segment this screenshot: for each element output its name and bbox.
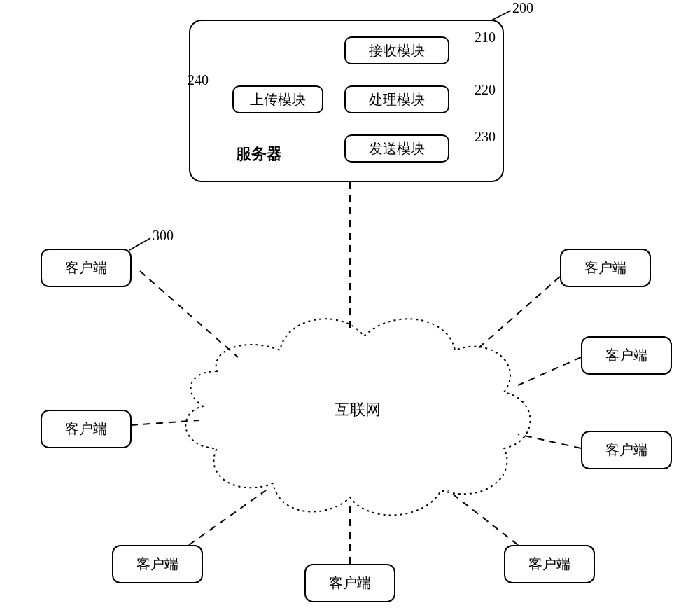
- client-label: 客户端: [329, 574, 371, 593]
- ref-230: 230: [475, 129, 496, 145]
- client-label: 客户端: [528, 555, 570, 574]
- ref-240: 240: [188, 72, 209, 88]
- svg-line-2: [131, 420, 200, 425]
- client-label: 客户端: [65, 420, 107, 438]
- client-box: 客户端: [41, 410, 132, 448]
- client-label: 客户端: [65, 258, 107, 277]
- svg-line-18: [130, 238, 150, 250]
- process-module: 处理模块: [344, 85, 449, 113]
- svg-line-3: [189, 490, 266, 545]
- ref-220: 220: [475, 82, 496, 98]
- upload-module: 上传模块: [232, 85, 323, 113]
- client-label: 客户端: [584, 258, 626, 277]
- server-label: 服务器: [236, 144, 282, 165]
- client-box: 客户端: [504, 545, 595, 583]
- receive-module-label: 接收模块: [369, 41, 425, 60]
- ref-210: 210: [475, 29, 496, 46]
- ref-300: 300: [153, 228, 174, 244]
- client-box: 客户端: [560, 249, 651, 287]
- client-box: 客户端: [41, 249, 132, 287]
- svg-line-1: [140, 271, 238, 357]
- client-label: 客户端: [606, 346, 648, 365]
- svg-line-6: [518, 434, 581, 448]
- client-box: 客户端: [581, 431, 672, 469]
- client-box: 客户端: [112, 545, 203, 583]
- svg-line-7: [518, 357, 581, 385]
- server-box: 服务器 接收模块 处理模块 发送模块 上传模块: [189, 20, 504, 182]
- client-box: 客户端: [304, 564, 396, 602]
- ref-200: 200: [512, 0, 533, 16]
- client-box: 客户端: [581, 336, 672, 375]
- svg-line-8: [476, 277, 560, 350]
- send-module-label: 发送模块: [369, 139, 425, 158]
- send-module: 发送模块: [344, 134, 449, 163]
- client-label: 客户端: [606, 441, 648, 459]
- receive-module: 接收模块: [344, 36, 449, 64]
- upload-module-label: 上传模块: [250, 90, 306, 109]
- client-label: 客户端: [136, 555, 178, 574]
- svg-line-5: [448, 490, 518, 545]
- internet-label: 互联网: [335, 399, 381, 420]
- process-module-label: 处理模块: [369, 90, 425, 109]
